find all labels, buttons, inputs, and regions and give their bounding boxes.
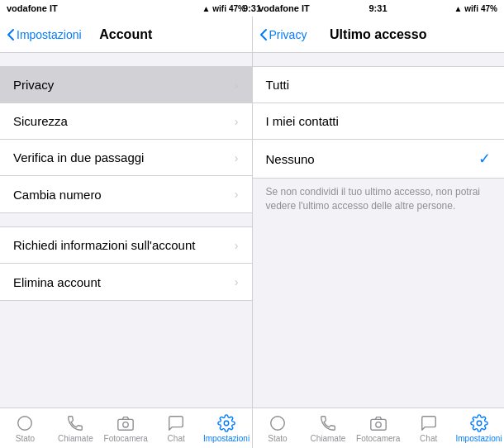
chevron-icon-delete-account: › — [235, 275, 239, 288]
tab-label-chiamate-left: Chiamate — [58, 434, 93, 443]
nav-left: Impostazioni Account — [0, 17, 253, 52]
back-label-left: Impostazioni — [17, 28, 82, 41]
tab-label-fotocamera-left: Fotocamera — [104, 434, 148, 443]
svg-point-6 — [376, 422, 381, 427]
back-label-right: Privacy — [269, 28, 307, 41]
chevron-icon-two-step: › — [235, 151, 239, 164]
menu-item-label-two-step: Verifica in due passaggi — [13, 150, 144, 164]
main-content: Privacy › Sicurezza › Verifica in due pa… — [0, 53, 504, 407]
wifi-icon-left: wifi — [212, 4, 226, 13]
menu-item-label-change-number: Cambia numero — [13, 188, 102, 202]
menu-item-change-number[interactable]: Cambia numero › — [0, 176, 252, 212]
nav-right: Privacy Ultimo accesso — [253, 17, 505, 52]
svg-rect-1 — [118, 419, 133, 430]
option-label-nessuno: Nessuno — [266, 152, 315, 166]
tab-label-stato-right: Stato — [268, 434, 287, 443]
tab-item-stato-left[interactable]: Stato — [0, 408, 50, 448]
nav-back-left[interactable]: Impostazioni — [7, 28, 82, 41]
tab-item-stato-right[interactable]: Stato — [253, 408, 303, 448]
chat-icon-left — [167, 414, 185, 432]
stato-icon-left — [16, 414, 34, 432]
option-label-contacts: I miei contatti — [266, 114, 339, 128]
tab-item-chat-left[interactable]: Chat — [151, 408, 202, 448]
tab-label-impostazioni-right: Impostazioni — [456, 434, 502, 443]
left-panel: Privacy › Sicurezza › Verifica in due pa… — [0, 53, 252, 407]
status-bar-right: vodafone IT 9:31 ▲ wifi 47% — [252, 0, 504, 17]
nav-title-left: Account — [99, 27, 152, 42]
menu-item-label-security: Sicurezza — [13, 114, 68, 128]
tab-item-chiamate-left[interactable]: Chiamate — [50, 408, 101, 448]
option-item-tutti[interactable]: Tutti — [253, 67, 505, 103]
tab-item-chat-right[interactable]: Chat — [403, 408, 454, 448]
chevron-icon-security: › — [235, 115, 239, 128]
chevron-icon-request-info: › — [235, 239, 239, 252]
chevron-icon-change-number: › — [235, 188, 239, 201]
tab-item-fotocamera-right[interactable]: Fotocamera — [353, 408, 403, 448]
menu-item-label-privacy: Privacy — [13, 78, 54, 92]
wifi-icon-right: wifi — [464, 4, 478, 13]
tab-item-chiamate-right[interactable]: Chiamate — [302, 408, 353, 448]
tab-label-fotocamera-right: Fotocamera — [356, 434, 400, 443]
phone-icon-left — [66, 414, 84, 432]
svg-point-2 — [123, 422, 128, 427]
time-left: 9:31 — [243, 3, 261, 13]
status-bar-left: vodafone IT 9:31 ▲ wifi 47% — [0, 0, 252, 17]
nav-back-right[interactable]: Privacy — [259, 28, 307, 41]
menu-item-label-request-info: Richiedi informazioni sull'account — [13, 238, 195, 252]
camera-icon-left — [116, 414, 135, 432]
carrier-right: vodafone IT — [259, 3, 310, 13]
tab-label-chiamate-right: Chiamate — [310, 434, 345, 443]
tab-bar-right: Stato Chiamate Fotocamera Chat — [253, 408, 505, 448]
option-item-contacts[interactable]: I miei contatti — [253, 103, 505, 140]
nav-bars: Impostazioni Account Privacy Ultimo acce… — [0, 17, 504, 53]
tab-item-fotocamera-left[interactable]: Fotocamera — [101, 408, 151, 448]
time-right: 9:31 — [368, 3, 387, 13]
svg-point-3 — [224, 421, 229, 426]
tab-label-impostazioni-left: Impostazioni — [203, 434, 250, 443]
tab-label-chat-left: Chat — [168, 434, 185, 443]
status-icons-left: ▲ wifi 47% — [202, 4, 245, 13]
option-note: Se non condividi il tuo ultimo accesso, … — [253, 179, 505, 220]
phone-icon-right — [319, 414, 337, 432]
menu-item-delete-account[interactable]: Elimina account › — [0, 264, 252, 300]
camera-icon-right — [369, 414, 388, 432]
nav-title-right: Ultimo accesso — [330, 27, 426, 42]
option-item-nessuno[interactable]: Nessuno ✓ — [253, 140, 505, 178]
settings-icon-right — [470, 414, 488, 432]
chat-icon-right — [420, 414, 438, 432]
battery-right: 47% — [481, 4, 497, 13]
menu-item-label-delete-account: Elimina account — [13, 275, 101, 289]
svg-point-7 — [477, 421, 482, 426]
right-panel: Tutti I miei contatti Nessuno ✓ Se non c… — [252, 53, 505, 407]
settings-icon-left — [217, 414, 235, 432]
status-bar: vodafone IT 9:31 ▲ wifi 47% vodafone IT … — [0, 0, 504, 17]
tab-item-impostazioni-left[interactable]: Impostazioni — [202, 408, 252, 448]
status-icons-right: ▲ wifi 47% — [454, 4, 497, 13]
stato-icon-right — [269, 414, 287, 432]
menu-section-2: Richiedi informazioni sull'account › Eli… — [0, 226, 252, 301]
menu-section-1: Privacy › Sicurezza › Verifica in due pa… — [0, 66, 252, 213]
menu-item-privacy[interactable]: Privacy › — [0, 67, 252, 103]
tab-bars: Stato Chiamate Fotocamera Chat — [0, 407, 504, 448]
svg-point-0 — [18, 416, 32, 430]
option-label-tutti: Tutti — [266, 78, 290, 92]
menu-item-request-info[interactable]: Richiedi informazioni sull'account › — [0, 227, 252, 264]
chevron-left-icon-right — [259, 28, 268, 41]
menu-item-two-step[interactable]: Verifica in due passaggi › — [0, 140, 252, 176]
chevron-left-icon-left — [7, 28, 15, 41]
option-section: Tutti I miei contatti Nessuno ✓ — [253, 66, 505, 179]
svg-point-4 — [271, 416, 285, 430]
carrier-left: vodafone IT — [7, 3, 58, 13]
tab-label-stato-left: Stato — [16, 434, 35, 443]
tab-item-impostazioni-right[interactable]: Impostazioni — [454, 408, 504, 448]
signal-icon-left: ▲ — [202, 4, 210, 13]
signal-icon-right: ▲ — [454, 4, 462, 13]
tab-bar-left: Stato Chiamate Fotocamera Chat — [0, 408, 253, 448]
svg-rect-5 — [371, 419, 386, 430]
tab-label-chat-right: Chat — [420, 434, 437, 443]
menu-item-security[interactable]: Sicurezza › — [0, 103, 252, 140]
chevron-icon-privacy: › — [235, 79, 239, 92]
checkmark-icon: ✓ — [478, 150, 491, 168]
